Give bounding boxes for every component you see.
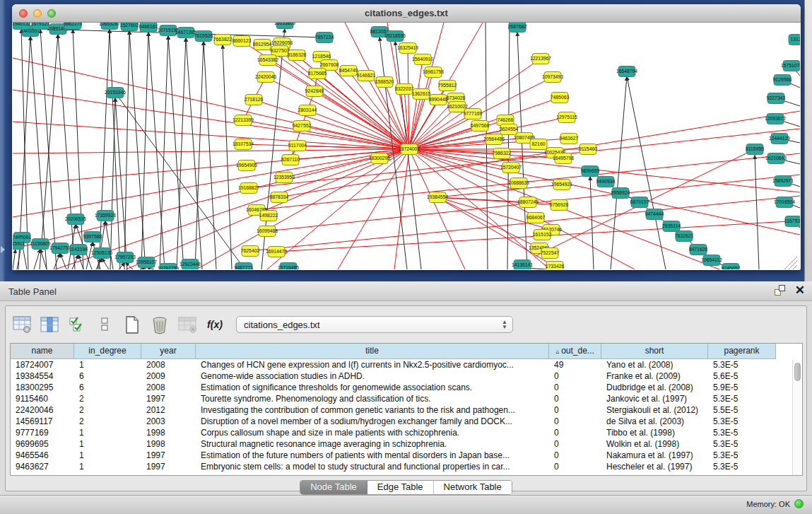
graph-edge[interactable]: [409, 94, 421, 149]
cell-short[interactable]: Dudbridge et al. (2008): [601, 382, 708, 393]
cell-year[interactable]: 1998: [141, 427, 196, 438]
cell-year[interactable]: 2003: [141, 416, 196, 427]
cell-short[interactable]: Stergiakouli et al. (2012): [601, 404, 708, 416]
delete-button[interactable]: [149, 313, 170, 336]
cell-out_degree[interactable]: 0: [549, 450, 601, 461]
cell-name[interactable]: 9699695: [11, 438, 74, 450]
graph-edge[interactable]: [160, 35, 168, 269]
cell-title[interactable]: Embryonic stem cells: a model to study s…: [196, 461, 549, 472]
table-vertical-scrollbar[interactable]: [792, 360, 802, 475]
cell-out_degree[interactable]: 49: [549, 359, 601, 370]
table-row[interactable]: 1830029562008Estimation of significance …: [11, 382, 802, 393]
graph-edge[interactable]: [517, 32, 527, 269]
cell-name[interactable]: 9463627: [11, 461, 74, 472]
cell-pagerank[interactable]: 5.6E-5: [708, 370, 776, 382]
cell-pagerank[interactable]: 5.9E-5: [708, 382, 776, 393]
cell-in_degree[interactable]: 1: [74, 438, 141, 450]
panel-collapse-arrow-icon[interactable]: [1, 246, 5, 253]
cell-out_degree[interactable]: 0: [549, 393, 601, 404]
graph-edge[interactable]: [204, 41, 216, 269]
cell-in_degree[interactable]: 6: [74, 382, 141, 393]
cell-out_degree[interactable]: 0: [549, 416, 601, 427]
graph-edge[interactable]: [102, 258, 109, 269]
select-all-button[interactable]: [66, 313, 88, 336]
cell-pagerank[interactable]: 5.3E-5: [708, 461, 776, 472]
cell-title[interactable]: Tourette syndrome. Phenomenology and cla…: [196, 393, 549, 404]
graph-edge[interactable]: [141, 32, 148, 269]
cell-out_degree[interactable]: 0: [549, 404, 601, 416]
select-columns-button[interactable]: [39, 313, 60, 336]
network-graph-svg[interactable]: 1403557208914061940132167912198622751065…: [13, 23, 800, 269]
cell-out_degree[interactable]: 0: [549, 427, 601, 438]
cell-year[interactable]: 2009: [141, 370, 196, 382]
graph-edge[interactable]: [627, 76, 666, 269]
graph-edge[interactable]: [409, 59, 423, 149]
cell-year[interactable]: 1997: [141, 393, 196, 404]
graph-edge[interactable]: [590, 176, 594, 269]
graph-edge[interactable]: [755, 155, 759, 269]
cell-name[interactable]: 18300295: [11, 382, 74, 393]
graph-edge[interactable]: [409, 149, 800, 235]
table-row[interactable]: 911546021997Tourette syndrome. Phenomeno…: [11, 393, 802, 404]
new-document-button[interactable]: [122, 313, 143, 336]
column-header-short[interactable]: short: [601, 344, 708, 359]
cell-title[interactable]: Estimation of significance thresholds fo…: [196, 382, 549, 393]
graph-edge[interactable]: [437, 185, 562, 197]
scrollbar-thumb[interactable]: [794, 363, 801, 381]
network-window-titlebar[interactable]: citations_edges.txt: [12, 4, 801, 23]
close-panel-icon[interactable]: ✕: [795, 285, 805, 296]
cell-short[interactable]: de Silva et al. (2003): [601, 416, 708, 427]
tab-network-table[interactable]: Network Table: [434, 481, 512, 494]
network-canvas[interactable]: 1403557208914061940132167912198622751065…: [13, 23, 800, 269]
graph-edge[interactable]: [223, 45, 232, 269]
cell-short[interactable]: Nakamura et al. (1997): [601, 450, 708, 461]
cell-year[interactable]: 1997: [141, 450, 196, 461]
cell-name[interactable]: 9777169: [11, 427, 74, 438]
graph-edge[interactable]: [195, 41, 204, 269]
table-selector-dropdown[interactable]: citations_edges.txt ▲▼: [236, 316, 513, 333]
cell-title[interactable]: Changes of HCN gene expression and I(f) …: [196, 359, 549, 370]
graph-edge[interactable]: [124, 30, 129, 269]
graph-edge[interactable]: [30, 36, 47, 269]
graph-edge[interactable]: [486, 23, 488, 269]
graph-edge[interactable]: [314, 91, 409, 149]
cell-pagerank[interactable]: 5.3E-5: [708, 438, 776, 450]
cell-title[interactable]: Structural magnetic resonance image aver…: [196, 438, 549, 450]
cell-pagerank[interactable]: 5.3E-5: [708, 450, 776, 461]
cell-year[interactable]: 2012: [141, 404, 196, 416]
cell-out_degree[interactable]: 0: [549, 438, 601, 450]
column-header-name[interactable]: name: [11, 344, 74, 359]
table-row[interactable]: 977716911998Corpus callosum shape and si…: [11, 427, 802, 438]
cell-title[interactable]: Corpus callosum shape and size in male p…: [196, 427, 549, 438]
cell-short[interactable]: Hescheler et al. (1997): [601, 461, 708, 472]
graph-edge[interactable]: [54, 253, 60, 269]
cell-name[interactable]: 22420046: [11, 404, 74, 416]
resize-grip-icon[interactable]: [789, 261, 797, 269]
tab-edge-table[interactable]: Edge Table: [367, 481, 434, 494]
cell-short[interactable]: Jankovic et al. (1997): [601, 393, 708, 404]
cell-short[interactable]: Tibbo et al. (1998): [601, 427, 708, 438]
cell-name[interactable]: 9465546: [11, 450, 74, 461]
cell-in_degree[interactable]: 6: [74, 370, 141, 382]
cell-in_degree[interactable]: 2: [74, 404, 141, 416]
cell-in_degree[interactable]: 2: [74, 416, 141, 427]
cell-out_degree[interactable]: 0: [549, 461, 601, 472]
table-settings-button[interactable]: [11, 313, 33, 336]
column-header-year[interactable]: year: [141, 344, 196, 359]
clear-selection-button[interactable]: [94, 313, 115, 336]
cell-in_degree[interactable]: 1: [74, 359, 141, 370]
graph-edge[interactable]: [115, 93, 244, 268]
column-header-title[interactable]: title: [196, 344, 549, 359]
cell-title[interactable]: Disruption of a novel member of a sodium…: [196, 416, 549, 427]
cell-out_degree[interactable]: 0: [549, 370, 601, 382]
graph-edge[interactable]: [110, 98, 115, 269]
cell-name[interactable]: 19384554: [11, 370, 74, 382]
cell-year[interactable]: 2008: [141, 382, 196, 393]
column-header-out_degree[interactable]: ▵out_de...: [549, 344, 601, 359]
cell-short[interactable]: Yano et al. (2008): [601, 359, 708, 370]
cell-in_degree[interactable]: 1: [74, 461, 141, 472]
column-header-pagerank[interactable]: pagerank: [708, 344, 776, 359]
cell-in_degree[interactable]: 2: [74, 393, 141, 404]
float-window-icon[interactable]: [775, 285, 785, 296]
cell-pagerank[interactable]: 5.3E-5: [708, 427, 776, 438]
